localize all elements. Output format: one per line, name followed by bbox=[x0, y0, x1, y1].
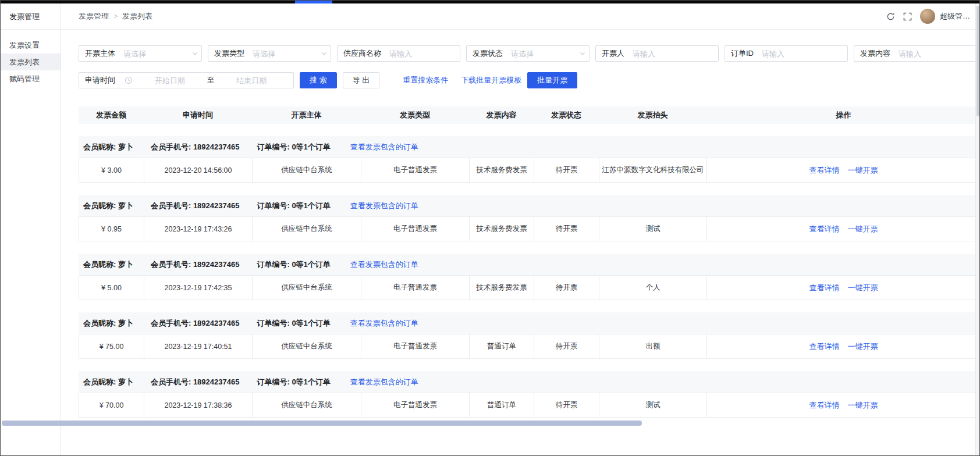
filter-order-id-input[interactable] bbox=[757, 49, 847, 58]
main-area: 发票管理 > 发票列表 超级管理员 bbox=[61, 3, 979, 455]
chevron-down-icon bbox=[318, 50, 331, 57]
topbar: 发票管理 > 发票列表 超级管理员 bbox=[61, 3, 979, 30]
export-button[interactable]: 导 出 bbox=[343, 72, 380, 88]
filter-drawer[interactable]: 开票人 bbox=[595, 45, 719, 62]
cell-apply-time: 2023-12-20 14:56:00 bbox=[144, 158, 253, 182]
sidebar-title: 发票管理 bbox=[1, 3, 61, 30]
cell-invoice-subject: 供应链中台系统 bbox=[253, 158, 361, 182]
sidebar-item-invoice-list[interactable]: 发票列表 bbox=[1, 54, 61, 70]
filter-supplier-name[interactable]: 供应商名称 bbox=[337, 45, 460, 62]
filter-invoice-subject[interactable]: 开票主体 bbox=[79, 45, 202, 62]
one-click-invoice-link[interactable]: 一键开票 bbox=[848, 224, 878, 234]
order-number: 订单编号: 0等1个订单 bbox=[257, 142, 330, 152]
order-number: 订单编号: 0等1个订单 bbox=[257, 377, 330, 387]
view-included-orders-link[interactable]: 查看发票包含的订单 bbox=[350, 318, 418, 329]
cell-invoice-content: 普通订单 bbox=[470, 334, 534, 358]
view-details-link[interactable]: 查看详情 bbox=[809, 283, 840, 293]
one-click-invoice-link[interactable]: 一键开票 bbox=[848, 165, 878, 176]
filter-supplier-name-input[interactable] bbox=[385, 49, 460, 58]
filter-drawer-input[interactable] bbox=[628, 49, 718, 58]
view-details-link[interactable]: 查看详情 bbox=[809, 341, 840, 352]
cell-invoice-amount: ¥ 3.00 bbox=[79, 158, 144, 182]
filter-apply-time[interactable]: 申请时间 至 bbox=[79, 72, 294, 88]
reset-search-link[interactable]: 重置搜索条件 bbox=[403, 75, 448, 86]
cell-invoice-status: 待开票 bbox=[534, 334, 599, 358]
horizontal-scrollbar[interactable] bbox=[2, 421, 642, 426]
filter-row-1: 开票主体 发票类型 供应商名称 发票状态 bbox=[79, 45, 979, 62]
invoice-row: ¥ 0.95 2023-12-19 17:43:26 供应链中台系统 电子普通发… bbox=[79, 216, 979, 241]
filter-invoice-content[interactable]: 发票内容 bbox=[854, 45, 977, 62]
cell-invoice-status: 待开票 bbox=[534, 217, 599, 241]
chevron-down-icon bbox=[189, 50, 201, 57]
cell-actions: 查看详情 一键开票 bbox=[707, 393, 979, 417]
download-batch-template-link[interactable]: 下载批量开票模板 bbox=[461, 75, 521, 86]
filter-invoice-status-select[interactable] bbox=[506, 49, 576, 58]
one-click-invoice-link[interactable]: 一键开票 bbox=[848, 400, 878, 411]
view-details-link[interactable]: 查看详情 bbox=[809, 400, 840, 411]
search-button[interactable]: 搜 索 bbox=[300, 72, 337, 88]
end-date-input[interactable] bbox=[215, 76, 289, 85]
cell-actions: 查看详情 一键开票 bbox=[707, 334, 979, 358]
cell-invoice-status: 待开票 bbox=[534, 158, 599, 182]
cell-invoice-title: 个人 bbox=[599, 276, 707, 300]
filter-invoice-type-label: 发票类型 bbox=[208, 48, 248, 59]
cell-invoice-subject: 供应链中台系统 bbox=[253, 334, 361, 358]
filter-invoice-subject-label: 开票主体 bbox=[79, 48, 119, 59]
user-avatar[interactable] bbox=[920, 9, 935, 24]
filter-invoice-subject-select[interactable] bbox=[119, 49, 189, 58]
cell-invoice-amount: ¥ 5.00 bbox=[79, 276, 144, 300]
invoice-group: 会员昵称: 萝卜 会员手机号: 18924237465 订单编号: 0等1个订单… bbox=[79, 195, 979, 241]
member-nickname: 会员昵称: 萝卜 bbox=[83, 318, 133, 329]
breadcrumb-root[interactable]: 发票管理 bbox=[79, 11, 109, 22]
cell-invoice-title: 测试 bbox=[599, 393, 707, 417]
one-click-invoice-link[interactable]: 一键开票 bbox=[848, 341, 878, 352]
filter-invoice-status[interactable]: 发票状态 bbox=[466, 45, 590, 62]
view-included-orders-link[interactable]: 查看发票包含的订单 bbox=[350, 142, 418, 152]
member-nickname: 会员昵称: 萝卜 bbox=[83, 259, 133, 270]
invoice-group: 会员昵称: 萝卜 会员手机号: 18924237465 订单编号: 0等1个订单… bbox=[79, 312, 979, 359]
cell-apply-time: 2023-12-19 17:38:36 bbox=[144, 393, 253, 417]
view-included-orders-link[interactable]: 查看发票包含的订单 bbox=[350, 201, 418, 211]
user-name[interactable]: 超级管理员 bbox=[940, 11, 974, 22]
cell-invoice-amount: ¥ 0.95 bbox=[79, 217, 144, 241]
member-nickname: 会员昵称: 萝卜 bbox=[83, 377, 133, 387]
view-details-link[interactable]: 查看详情 bbox=[809, 165, 840, 176]
start-date-input[interactable] bbox=[133, 76, 207, 85]
cell-invoice-status: 待开票 bbox=[534, 393, 599, 417]
cell-invoice-content: 技术服务费发票 bbox=[470, 217, 534, 241]
cell-invoice-content: 普通订单 bbox=[470, 393, 534, 417]
col-header-amount: 发票金额 bbox=[79, 110, 144, 120]
batch-invoice-button[interactable]: 批量开票 bbox=[527, 72, 577, 88]
group-header: 会员昵称: 萝卜 会员手机号: 18924237465 订单编号: 0等1个订单… bbox=[79, 254, 979, 275]
cell-apply-time: 2023-12-19 17:40:51 bbox=[144, 334, 253, 358]
invoice-row: ¥ 75.00 2023-12-19 17:40:51 供应链中台系统 电子普通… bbox=[79, 334, 979, 359]
group-header: 会员昵称: 萝卜 会员手机号: 18924237465 订单编号: 0等1个订单… bbox=[79, 195, 979, 216]
vertical-scrollbar-track[interactable] bbox=[975, 3, 979, 455]
cell-invoice-subject: 供应链中台系统 bbox=[253, 393, 361, 417]
filter-invoice-type-select[interactable] bbox=[248, 49, 318, 58]
refresh-icon[interactable] bbox=[886, 12, 895, 21]
one-click-invoice-link[interactable]: 一键开票 bbox=[848, 283, 878, 293]
cell-invoice-title: 测试 bbox=[599, 217, 707, 241]
cell-actions: 查看详情 一键开票 bbox=[707, 276, 979, 300]
sidebar-item-code-management[interactable]: 赋码管理 bbox=[1, 70, 61, 87]
vertical-scrollbar-thumb[interactable] bbox=[977, 6, 979, 116]
cell-invoice-type: 电子普通发票 bbox=[361, 276, 470, 300]
cell-apply-time: 2023-12-19 17:42:35 bbox=[144, 276, 253, 300]
invoice-group: 会员昵称: 萝卜 会员手机号: 18924237465 订单编号: 0等1个订单… bbox=[79, 136, 979, 183]
cell-invoice-type: 电子普通发票 bbox=[361, 158, 470, 182]
sidebar-item-invoice-settings[interactable]: 发票设置 bbox=[1, 37, 61, 54]
filter-drawer-label: 开票人 bbox=[596, 48, 628, 59]
view-included-orders-link[interactable]: 查看发票包含的订单 bbox=[350, 259, 418, 270]
view-included-orders-link[interactable]: 查看发票包含的订单 bbox=[350, 377, 418, 387]
member-phone: 会员手机号: 18924237465 bbox=[151, 201, 239, 211]
view-details-link[interactable]: 查看详情 bbox=[809, 224, 840, 234]
filter-invoice-type[interactable]: 发票类型 bbox=[208, 45, 331, 62]
filter-order-id[interactable]: 订单ID bbox=[725, 45, 848, 62]
fullscreen-icon[interactable] bbox=[903, 12, 912, 21]
breadcrumb-current: 发票列表 bbox=[122, 11, 152, 22]
member-phone: 会员手机号: 18924237465 bbox=[151, 142, 239, 152]
filter-invoice-content-input[interactable] bbox=[894, 49, 977, 58]
cell-invoice-amount: ¥ 70.00 bbox=[79, 393, 144, 417]
order-number: 订单编号: 0等1个订单 bbox=[257, 318, 330, 329]
